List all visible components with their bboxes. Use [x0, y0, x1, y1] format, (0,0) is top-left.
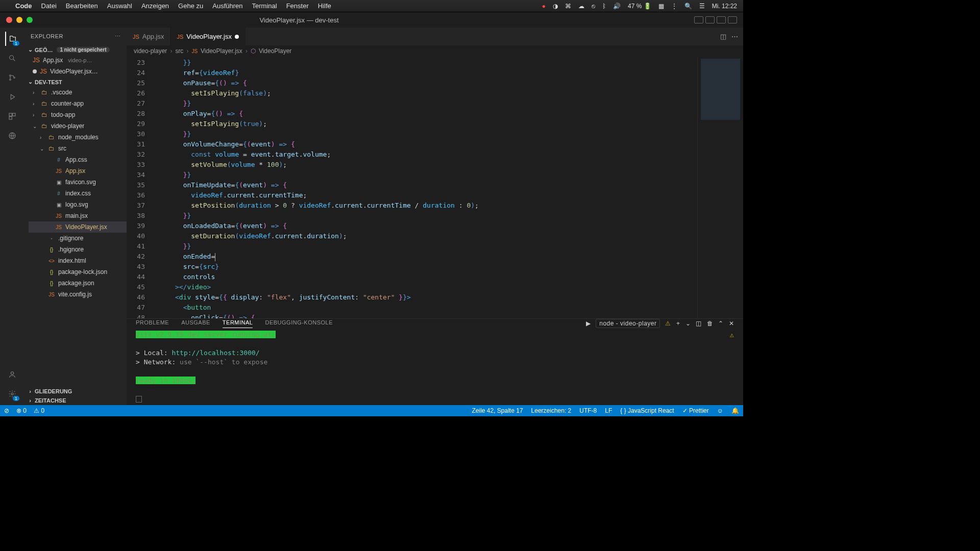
clock[interactable]: Mi. 12:22 [712, 3, 737, 10]
file-item[interactable]: ▣favicon.svg [29, 177, 127, 188]
outline-section[interactable]: ›GLIEDERUNG [24, 387, 127, 396]
terminal-run-icon[interactable]: ▶ [586, 320, 591, 327]
volume-icon[interactable]: 🔊 [613, 3, 621, 10]
file-item[interactable]: #index.css [29, 188, 127, 199]
app-menu[interactable]: Code [15, 2, 32, 10]
search-icon[interactable]: 🔍 [684, 3, 692, 10]
terminal-content[interactable]: ⚠ vite v2.9.15 dev server running at: > … [127, 328, 743, 406]
menu-terminal[interactable]: Terminal [252, 2, 277, 10]
warning-icon[interactable]: ⚠ [665, 320, 671, 327]
folder-item[interactable]: ›🗀todo-app [29, 109, 127, 120]
panel-close-icon[interactable]: ✕ [729, 320, 734, 327]
tab-more-icon[interactable]: ⋯ [731, 33, 738, 40]
language-mode[interactable]: { } JavaScript React [620, 407, 674, 414]
maximize-window[interactable] [27, 17, 33, 23]
workspace-section[interactable]: ⌄ DEV-TEST [24, 77, 127, 87]
file-item[interactable]: {}.hgignore [29, 244, 127, 255]
feedback-icon[interactable]: ☺ [717, 407, 723, 414]
menu-file[interactable]: Datei [41, 2, 57, 10]
menu-help[interactable]: Hilfe [318, 2, 331, 10]
file-item[interactable]: ▣logo.svg [29, 199, 127, 210]
breadcrumb-item[interactable]: video-player [134, 47, 167, 55]
panel-tab-terminal[interactable]: TERMINAL [223, 319, 253, 328]
folder-item[interactable]: ⌄🗀video-player [29, 120, 127, 132]
kill-terminal-icon[interactable]: 🗑 [707, 320, 714, 327]
tray-icon[interactable]: ▦ [658, 3, 664, 10]
menu-run[interactable]: Ausführen [212, 2, 242, 10]
status-icon[interactable]: ⎋ [592, 3, 595, 10]
split-terminal-icon[interactable]: ◫ [696, 320, 702, 327]
search-icon[interactable] [5, 51, 19, 65]
minimize-window[interactable] [16, 17, 22, 23]
file-item[interactable]: ◦.gitignore [29, 233, 127, 244]
breadcrumb-item[interactable]: VideoPlayer.jsx [201, 47, 242, 55]
breadcrumb-item[interactable]: VideoPlayer [259, 47, 292, 55]
errors-count[interactable]: ⊗ 0 [16, 407, 27, 414]
file-item[interactable]: {}package-lock.json [29, 266, 127, 278]
file-item[interactable]: JSVideoPlayer.jsx [29, 221, 127, 233]
terminal-link[interactable]: http://localhost:3000/ [172, 349, 259, 357]
folder-item[interactable]: ›🗀node_modules [29, 132, 127, 143]
open-editors-section[interactable]: ⌄ GEÖ… 1 nicht gespeichert [24, 45, 127, 55]
record-icon[interactable]: ● [542, 3, 546, 10]
file-item[interactable]: JSmain.jsx [29, 210, 127, 221]
panel-tab-output[interactable]: AUSGABE [181, 319, 210, 328]
new-terminal-icon[interactable]: + [676, 320, 680, 327]
remote-icon[interactable] [5, 129, 19, 143]
eol[interactable]: LF [605, 407, 612, 414]
code-content[interactable]: }} ref={videoRef} onPause={() => { setIs… [151, 57, 697, 318]
debug-icon[interactable] [5, 90, 19, 104]
panel-right-icon[interactable] [717, 16, 726, 23]
breadcrumb[interactable]: video-player› src› JS VideoPlayer.jsx› ⬡… [127, 45, 743, 57]
indentation[interactable]: Leerzeichen: 2 [531, 407, 572, 414]
file-item[interactable]: {}package.json [29, 278, 127, 289]
encoding[interactable]: UTF-8 [579, 407, 597, 414]
menu-window[interactable]: Fenster [286, 2, 309, 10]
notifications-icon[interactable]: 🔔 [731, 407, 739, 414]
panel-bottom-icon[interactable] [705, 16, 715, 23]
file-item[interactable]: <>index.html [29, 255, 127, 266]
wifi-icon[interactable]: ⋮ [671, 3, 677, 10]
bluetooth-icon[interactable]: ᛒ [602, 3, 606, 10]
status-icon[interactable]: ☁ [578, 3, 584, 10]
warnings-count[interactable]: ⚠ 0 [34, 407, 44, 414]
terminal-dropdown-icon[interactable]: ⌄ [685, 320, 691, 327]
tab-app[interactable]: JS App.jsx [127, 28, 170, 45]
open-editor-item[interactable]: JS VideoPlayer.jsx… [29, 66, 127, 77]
breadcrumb-item[interactable]: src [175, 47, 183, 55]
menu-edit[interactable]: Bearbeiten [66, 2, 98, 10]
account-icon[interactable] [5, 367, 19, 382]
sidebar-more-icon[interactable]: ⋯ [115, 33, 121, 40]
status-icon[interactable]: ◑ [553, 3, 558, 10]
menu-go[interactable]: Gehe zu [178, 2, 203, 10]
settings-icon[interactable]: 1 [5, 387, 19, 401]
tab-videoplayer[interactable]: JS VideoPlayer.jsx [170, 28, 246, 45]
folder-item[interactable]: ⌄🗀src [29, 143, 127, 154]
panel-up-icon[interactable]: ⌃ [718, 320, 724, 327]
status-icon[interactable]: ⌘ [565, 3, 571, 10]
control-center-icon[interactable]: ☰ [699, 3, 705, 10]
file-item[interactable]: JSvite.config.js [29, 289, 127, 300]
explorer-icon[interactable]: 1 [5, 32, 19, 46]
cursor-position[interactable]: Zeile 42, Spalte 17 [472, 407, 523, 414]
timeline-section[interactable]: ›ZEITACHSE [24, 396, 127, 405]
folder-item[interactable]: ›🗀.vscode [29, 87, 127, 98]
source-control-icon[interactable] [5, 70, 19, 85]
menu-view[interactable]: Anzeigen [141, 2, 169, 10]
file-item[interactable]: #App.css [29, 154, 127, 165]
panel-tab-debug[interactable]: DEBUGGING-KONSOLE [265, 319, 333, 328]
folder-item[interactable]: ›🗀counter-app [29, 98, 127, 109]
prettier-status[interactable]: ✓ Prettier [682, 407, 709, 414]
extensions-icon[interactable] [5, 109, 19, 123]
terminal-selector[interactable]: node - video-player [596, 319, 660, 328]
layout-icon[interactable] [728, 16, 737, 23]
minimap[interactable] [697, 57, 743, 318]
battery-status[interactable]: 47 % 🔋 [628, 3, 651, 10]
panel-left-icon[interactable] [694, 16, 703, 23]
panel-tab-problems[interactable]: PROBLEME [136, 319, 169, 328]
file-item[interactable]: JSApp.jsx [29, 165, 127, 177]
menu-selection[interactable]: Auswahl [107, 2, 132, 10]
remote-indicator[interactable]: ⊘ [4, 407, 9, 414]
close-window[interactable] [6, 17, 12, 23]
open-editor-item[interactable]: JS App.jsx video-p… [29, 55, 127, 66]
